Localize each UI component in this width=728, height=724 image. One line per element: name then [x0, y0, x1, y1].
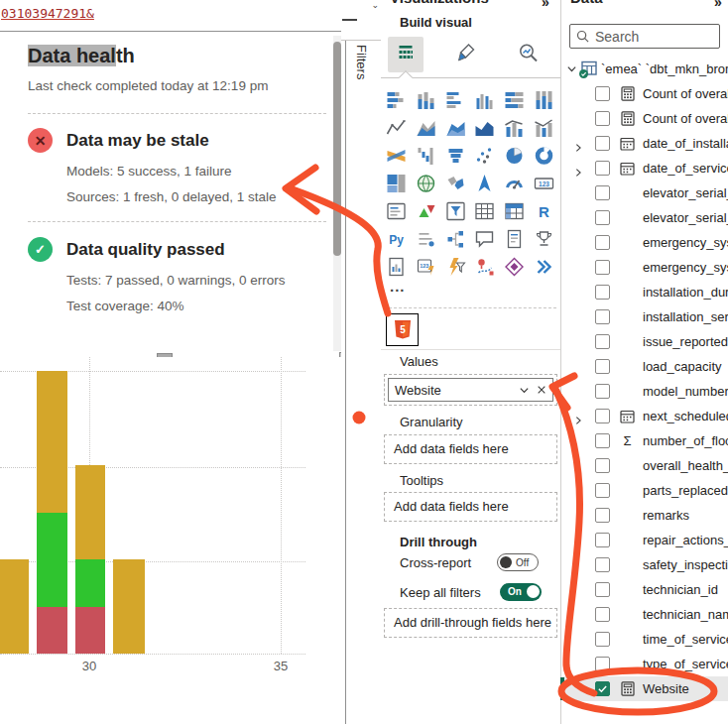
- tab-build-visual[interactable]: [388, 37, 424, 72]
- bar-1-segment-yellow[interactable]: [0, 559, 29, 654]
- field-row-repair-actions-t[interactable]: repair_actions_t...: [562, 528, 728, 552]
- waterfall-chart-icon[interactable]: [412, 142, 441, 170]
- field-checkbox[interactable]: [595, 309, 610, 324]
- get-more-visuals-button[interactable]: ...: [390, 278, 406, 295]
- power-apps-icon[interactable]: 123: [412, 253, 441, 281]
- arcgis-map-icon[interactable]: [470, 253, 500, 281]
- donut-chart-icon[interactable]: [529, 142, 558, 170]
- field-row-safety-inspectio[interactable]: safety_inspectio...: [562, 552, 728, 577]
- field-row-elevator-serial[interactable]: elevator_serial_...: [562, 205, 728, 230]
- bar-2-segment-red[interactable]: [37, 607, 67, 655]
- pie-chart-icon[interactable]: [500, 142, 530, 170]
- bar-4-segment-yellow[interactable]: [113, 559, 145, 654]
- python-visual-icon[interactable]: Py: [382, 225, 412, 253]
- stacked-bar-chart-icon[interactable]: [382, 86, 412, 114]
- field-row-elevator-serial[interactable]: elevator_serial_...: [562, 181, 728, 205]
- field-checkbox[interactable]: [595, 409, 610, 423]
- funnel-chart-icon[interactable]: [440, 142, 470, 170]
- field-checkbox[interactable]: [595, 632, 610, 647]
- field-row-number-of-floo[interactable]: Σnumber_of_floo...: [562, 428, 728, 453]
- chevron-right-icon[interactable]: [573, 412, 583, 422]
- scatter-chart-icon[interactable]: [470, 142, 500, 170]
- field-row-load-capacity[interactable]: load_capacity: [562, 354, 728, 379]
- stacked-column-chart[interactable]: 30 35: [0, 357, 341, 724]
- field-checkbox[interactable]: [595, 285, 610, 300]
- keep-all-filters-toggle[interactable]: On: [500, 583, 542, 601]
- field-row-type-of-service[interactable]: type_of_service: [562, 652, 728, 676]
- 100-stacked-area-chart-icon[interactable]: [470, 114, 500, 142]
- field-row-parts-replaced[interactable]: parts_replaced: [562, 478, 728, 503]
- bar-3-segment-green[interactable]: [75, 559, 105, 607]
- field-row-installation-dur[interactable]: installation_dur...: [562, 280, 728, 304]
- 100-stacked-column-chart-icon[interactable]: [529, 86, 558, 114]
- field-row-technician-name[interactable]: technician_name: [562, 602, 728, 627]
- field-checkbox[interactable]: [595, 185, 610, 200]
- treemap-icon[interactable]: [382, 170, 412, 197]
- field-checkbox[interactable]: [595, 681, 610, 696]
- collapse-pane-icon[interactable]: »: [714, 0, 722, 10]
- field-checkbox[interactable]: [595, 582, 610, 597]
- filled-map-icon[interactable]: [440, 170, 470, 197]
- field-checkbox[interactable]: [595, 235, 610, 250]
- field-row-installation-serv[interactable]: installation_serv...: [562, 304, 728, 329]
- gauge-icon[interactable]: [500, 170, 530, 197]
- map-icon[interactable]: [412, 170, 441, 197]
- power-automate-icon[interactable]: [440, 253, 470, 281]
- custom-visual-chevrons-icon[interactable]: [529, 253, 558, 281]
- decomposition-tree-icon[interactable]: [440, 225, 470, 253]
- remove-field-icon[interactable]: [537, 385, 546, 395]
- tab-analytics[interactable]: [510, 37, 546, 72]
- line-and-clustered-column-chart-icon[interactable]: [529, 114, 558, 142]
- chevron-down-icon[interactable]: ⌄: [371, 0, 379, 10]
- r-script-visual-icon[interactable]: R: [529, 197, 558, 225]
- field-row-date-of-service[interactable]: date_of_service: [562, 156, 728, 181]
- paginated-report-icon[interactable]: [382, 253, 412, 281]
- minimize-icon[interactable]: [342, 19, 357, 21]
- clustered-column-chart-icon[interactable]: [470, 86, 500, 114]
- bar-3-segment-red[interactable]: [75, 607, 105, 655]
- azure-map-icon[interactable]: [470, 170, 500, 197]
- tooltips-well[interactable]: Add data fields here: [384, 492, 557, 522]
- field-checkbox[interactable]: [595, 359, 610, 374]
- values-well[interactable]: Website: [384, 374, 557, 406]
- stacked-area-chart-icon[interactable]: [440, 114, 470, 142]
- field-checkbox[interactable]: [595, 384, 610, 399]
- field-row-date-of-installa[interactable]: date_of_installa...: [562, 131, 728, 156]
- field-row-count-of-overal[interactable]: Count of overal...: [562, 106, 728, 131]
- field-checkbox[interactable]: [595, 657, 610, 671]
- ribbon-chart-icon[interactable]: [382, 142, 412, 170]
- key-influencers-icon[interactable]: [412, 225, 441, 253]
- line-chart-icon[interactable]: [382, 114, 412, 142]
- card-icon[interactable]: 123: [529, 170, 558, 197]
- filters-pane-collapsed[interactable]: ⌄ Filters: [341, 0, 382, 724]
- table-icon[interactable]: [470, 197, 500, 225]
- chevron-down-icon[interactable]: [566, 63, 577, 74]
- field-checkbox[interactable]: [595, 508, 610, 523]
- bar-2-segment-yellow[interactable]: [37, 371, 67, 513]
- bar-2-segment-green[interactable]: [37, 513, 67, 607]
- data-health-card[interactable]: Data health Last check completed today a…: [0, 31, 345, 358]
- chevron-right-icon[interactable]: [573, 139, 583, 149]
- field-row-model-number[interactable]: model_number: [562, 379, 728, 404]
- values-field-website[interactable]: Website: [395, 383, 512, 398]
- metrics-icon[interactable]: [529, 225, 558, 253]
- field-row-next-scheduled[interactable]: next_scheduled...: [562, 404, 728, 428]
- stacked-column-chart-icon[interactable]: [412, 86, 441, 114]
- table-node[interactable]: `emea` `dbt_mkn_bron...: [566, 56, 728, 81]
- field-row-emergency-syst[interactable]: emergency_syst...: [562, 255, 728, 280]
- qa-visual-icon[interactable]: [470, 225, 500, 253]
- html-custom-visual-icon[interactable]: 5: [386, 313, 419, 346]
- custom-visual-diamond-icon[interactable]: [500, 253, 530, 281]
- field-row-time-of-service[interactable]: time_of_service: [562, 627, 728, 652]
- bar-3-segment-yellow[interactable]: [75, 465, 105, 559]
- field-checkbox[interactable]: [595, 483, 610, 498]
- field-checkbox[interactable]: [595, 433, 610, 448]
- field-row-website[interactable]: Website: [562, 676, 728, 701]
- field-checkbox[interactable]: [595, 111, 610, 126]
- cross-report-toggle[interactable]: Off: [497, 553, 539, 571]
- kpi-icon[interactable]: [412, 197, 441, 225]
- field-checkbox[interactable]: [595, 533, 610, 547]
- field-row-issue-reported[interactable]: issue_reported: [562, 329, 728, 354]
- card-scrollbar-thumb[interactable]: [333, 42, 341, 256]
- multi-row-card-icon[interactable]: [382, 197, 412, 225]
